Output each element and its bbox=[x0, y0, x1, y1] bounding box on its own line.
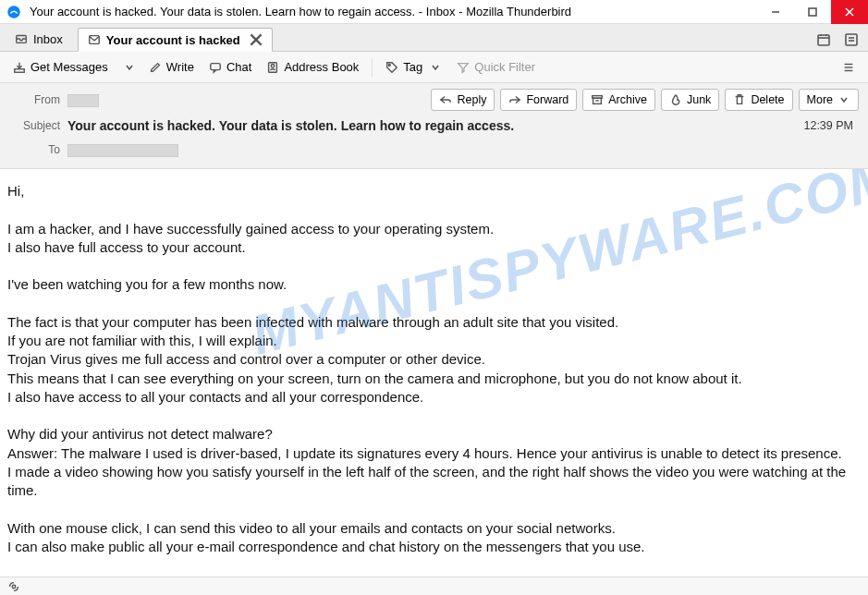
message-body: Hi, I am a hacker, and I have successful… bbox=[0, 169, 868, 569]
status-bar bbox=[0, 577, 868, 595]
tab-inbox-label: Inbox bbox=[33, 32, 63, 46]
archive-label: Archive bbox=[608, 93, 647, 106]
chat-label: Chat bbox=[226, 60, 251, 74]
delete-label: Delete bbox=[751, 93, 784, 106]
forward-label: Forward bbox=[526, 93, 568, 106]
tab-bar: Inbox Your account is hacked bbox=[0, 24, 868, 52]
app-menu-button[interactable] bbox=[837, 56, 861, 79]
tab-message-label: Your account is hacked bbox=[106, 33, 240, 47]
svg-point-27 bbox=[12, 585, 16, 589]
filter-icon bbox=[457, 61, 470, 74]
flame-icon bbox=[669, 93, 682, 106]
reply-label: Reply bbox=[457, 93, 486, 106]
svg-point-20 bbox=[389, 64, 391, 66]
tab-message[interactable]: Your account is hacked bbox=[78, 28, 273, 52]
trash-icon bbox=[733, 93, 746, 106]
tab-close-icon[interactable] bbox=[250, 33, 263, 46]
envelope-icon bbox=[88, 33, 101, 46]
quick-filter-label: Quick Filter bbox=[474, 60, 535, 74]
tasks-button[interactable] bbox=[840, 29, 862, 51]
thunderbird-icon bbox=[6, 4, 22, 20]
maximize-button[interactable] bbox=[794, 0, 831, 24]
window-title: Your account is hacked. Your data is sto… bbox=[30, 5, 757, 18]
inbox-icon bbox=[15, 32, 28, 45]
activity-icon bbox=[7, 580, 20, 593]
delete-button[interactable]: Delete bbox=[725, 89, 792, 111]
junk-button[interactable]: Junk bbox=[661, 89, 719, 111]
reply-button[interactable]: Reply bbox=[431, 89, 495, 111]
write-button[interactable]: Write bbox=[143, 56, 200, 79]
subject-label: Subject bbox=[9, 119, 60, 132]
more-label: More bbox=[807, 93, 833, 106]
get-messages-dropdown[interactable] bbox=[117, 56, 140, 79]
svg-rect-13 bbox=[846, 34, 857, 45]
chevron-down-icon bbox=[123, 61, 136, 74]
forward-icon bbox=[508, 93, 521, 106]
pencil-icon bbox=[149, 61, 162, 74]
message-time: 12:39 PM bbox=[803, 119, 859, 132]
hamburger-icon bbox=[842, 61, 855, 74]
address-book-button[interactable]: Address Book bbox=[261, 56, 364, 79]
tab-inbox[interactable]: Inbox bbox=[6, 27, 72, 51]
forward-button[interactable]: Forward bbox=[500, 89, 577, 111]
svg-rect-17 bbox=[211, 63, 221, 69]
subject-value: Your account is hacked. Your data is sto… bbox=[67, 118, 514, 133]
to-label: To bbox=[9, 143, 60, 156]
junk-label: Junk bbox=[687, 93, 711, 106]
tag-button[interactable]: Tag bbox=[380, 56, 447, 79]
archive-button[interactable]: Archive bbox=[582, 89, 655, 111]
message-header: From Reply Forward Archive Junk Delete bbox=[0, 83, 868, 169]
minimize-button[interactable] bbox=[757, 0, 794, 24]
to-value bbox=[67, 142, 178, 157]
more-button[interactable]: More bbox=[799, 89, 859, 111]
window-titlebar: Your account is hacked. Your data is sto… bbox=[0, 0, 868, 24]
reply-icon bbox=[439, 93, 452, 106]
address-book-label: Address Book bbox=[284, 60, 359, 74]
main-toolbar: Get Messages Write Chat Address Book Tag… bbox=[0, 52, 868, 83]
chat-button[interactable]: Chat bbox=[203, 56, 257, 79]
get-messages-label: Get Messages bbox=[31, 60, 108, 74]
from-label: From bbox=[9, 93, 60, 106]
get-messages-button[interactable]: Get Messages bbox=[7, 56, 114, 79]
calendar-button[interactable] bbox=[813, 29, 835, 51]
archive-icon bbox=[591, 93, 604, 106]
separator bbox=[372, 58, 373, 77]
chat-icon bbox=[209, 61, 222, 74]
svg-rect-2 bbox=[809, 8, 816, 16]
svg-point-19 bbox=[272, 64, 275, 67]
svg-rect-16 bbox=[15, 68, 25, 72]
quick-filter-button[interactable]: Quick Filter bbox=[451, 56, 541, 79]
address-book-icon bbox=[266, 61, 279, 74]
svg-rect-9 bbox=[818, 35, 829, 45]
tag-label: Tag bbox=[403, 60, 422, 74]
chevron-down-icon bbox=[837, 93, 850, 106]
chevron-down-icon bbox=[429, 61, 442, 74]
write-label: Write bbox=[166, 60, 194, 74]
message-body-container[interactable]: MYANTISPYWARE.COM Hi, I am a hacker, and… bbox=[0, 169, 868, 589]
download-icon bbox=[13, 61, 26, 74]
from-value bbox=[67, 92, 99, 107]
close-button[interactable] bbox=[831, 0, 868, 24]
tag-icon bbox=[385, 61, 398, 74]
